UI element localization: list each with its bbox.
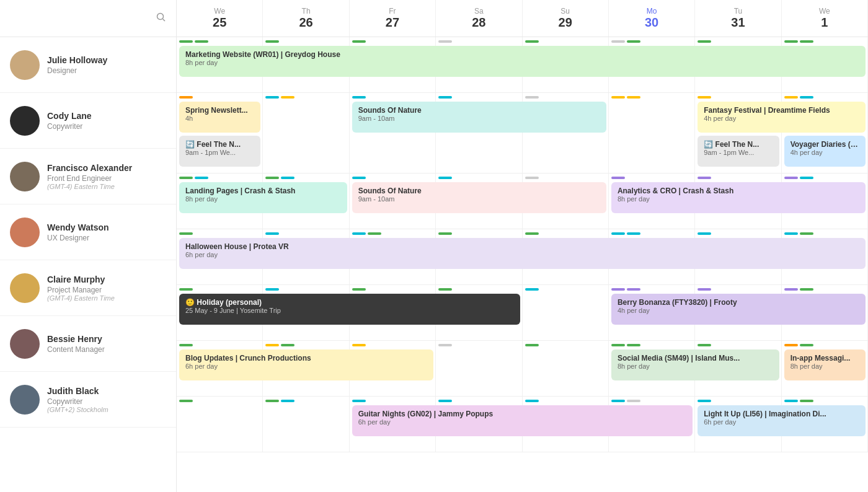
event-title: Guitar Nights (GN02) | Jammy Popups: [358, 410, 687, 418]
svg-point-0: [157, 13, 164, 19]
event-title: Fantasy Festival | Dreamtime Fields: [704, 106, 859, 115]
day-number-5: 30: [645, 15, 658, 30]
event-francisco-Analytics-[interactable]: Analytics & CRO | Crash & Stash8h per da…: [611, 182, 866, 213]
event-subtitle: 8h per day: [790, 362, 859, 370]
event-cody-Spring-New[interactable]: Spring Newslett...4h: [179, 102, 260, 133]
person-role-claire: Project Manager: [47, 286, 166, 294]
day-name-1: Th: [302, 7, 311, 15]
event-judith-Guitar-Nig[interactable]: Guitar Nights (GN02) | Jammy Popups6h pe…: [352, 405, 693, 436]
person-tz-claire: (GMT-4) Eastern Time: [47, 294, 166, 302]
person-row-julie[interactable]: Julie HollowayDesigner: [0, 37, 176, 93]
avatar-julie: [10, 50, 40, 80]
event-judith-Light-It-U[interactable]: Light It Up (LI56) | Imagination Di...6h…: [698, 405, 866, 436]
search-icon: [156, 12, 166, 25]
event-subtitle: 4h per day: [790, 149, 859, 156]
person-role-julie: Designer: [47, 66, 166, 75]
person-row-francisco[interactable]: Francisco AlexanderFront End Engineer(GM…: [0, 149, 176, 204]
event-claire-🙂-Holiday[interactable]: 🙂 Holiday (personal)25 May - 9 June | Yo…: [179, 294, 520, 325]
search-input[interactable]: [10, 14, 151, 24]
sidebar: Julie HollowayDesignerCody LaneCopywrite…: [0, 0, 177, 492]
event-bessie-Blog-Updat[interactable]: Blog Updates | Crunch Productions6h per …: [179, 349, 433, 380]
event-subtitle: 6h per day: [185, 251, 859, 258]
event-title: Voyager Diaries (VI99) | Space Po...: [790, 140, 859, 149]
event-title: Halloween House | Protea VR: [185, 242, 859, 251]
person-name-julie: Julie Holloway: [47, 55, 166, 65]
event-subtitle: 8h per day: [185, 59, 859, 66]
day-number-1: 26: [299, 15, 312, 30]
search-bar: [0, 0, 176, 37]
event-cody-Fantasy-Fe[interactable]: Fantasy Festival | Dreamtime Fields4h pe…: [698, 102, 866, 133]
event-title: Sounds Of Nature: [358, 106, 600, 115]
person-info-julie: Julie HollowayDesigner: [47, 55, 166, 75]
avatar-francisco: [10, 162, 40, 191]
person-row-judith[interactable]: Judith BlackCopywriter(GMT+2) Stockholm: [0, 372, 176, 428]
calendar-row-judith: Guitar Nights (GN02) | Jammy Popups6h pe…: [177, 397, 868, 452]
day-number-2: 27: [386, 15, 399, 30]
calendar-row-julie: Marketing Website (WR01) | Greydog House…: [177, 37, 868, 93]
event-subtitle: 8h per day: [618, 195, 859, 203]
event-title: Light It Up (LI56) | Imagination Di...: [704, 410, 859, 418]
event-cody-Voyager-Di[interactable]: Voyager Diaries (VI99) | Space Po...4h p…: [784, 136, 866, 167]
event-francisco-Landing-Pa[interactable]: Landing Pages | Crash & Stash8h per day: [179, 182, 347, 213]
event-claire-Berry-Bona[interactable]: Berry Bonanza (FTY3820) | Frooty4h per d…: [611, 294, 866, 325]
person-name-claire: Claire Murphy: [47, 275, 166, 284]
event-title: In-app Messagi...: [790, 354, 859, 362]
day-header-3: Sa28: [436, 0, 522, 37]
person-info-bessie: Bessie HenryContent Manager: [47, 334, 166, 354]
avatar-cody: [10, 106, 40, 136]
person-name-bessie: Bessie Henry: [47, 334, 166, 344]
day-name-2: Fr: [389, 7, 396, 15]
event-title: Marketing Website (WR01) | Greydog House: [185, 50, 859, 59]
day-header-7: We1: [782, 0, 868, 37]
event-title: Analytics & CRO | Crash & Stash: [618, 187, 859, 195]
day-header-0: We25: [177, 0, 263, 37]
event-title: 🙂 Holiday (personal): [185, 298, 514, 307]
person-row-bessie[interactable]: Bessie HenryContent Manager: [0, 316, 176, 372]
day-number-0: 25: [213, 15, 226, 30]
calendar-row-wendy: Halloween House | Protea VR6h per day: [177, 229, 868, 285]
day-header-4: Su29: [523, 0, 609, 37]
day-header-6: Tu31: [695, 0, 781, 37]
day-name-6: Tu: [734, 7, 743, 15]
avatar-wendy: [10, 217, 40, 247]
person-row-cody[interactable]: Cody LaneCopywriter: [0, 93, 176, 149]
event-title: 🔄 Feel The N...: [704, 140, 773, 149]
avatar-judith: [10, 385, 40, 415]
svg-line-1: [163, 19, 166, 21]
day-name-7: We: [819, 7, 830, 15]
event-title: Landing Pages | Crash & Stash: [185, 187, 341, 195]
day-header-5: Mo30: [609, 0, 695, 37]
event-bessie-In-app-Mes[interactable]: In-app Messagi...8h per day: [784, 349, 866, 380]
event-julie-Marketing-[interactable]: Marketing Website (WR01) | Greydog House…: [179, 46, 866, 77]
event-bessie-Social-Med[interactable]: Social Media (SM49) | Island Mus...8h pe…: [611, 349, 779, 380]
calendar-row-bessie: Blog Updates | Crunch Productions6h per …: [177, 341, 868, 397]
person-tz-judith: (GMT+2) Stockholm: [47, 406, 166, 413]
person-info-claire: Claire MurphyProject Manager(GMT-4) East…: [47, 275, 166, 302]
day-number-3: 28: [472, 15, 485, 30]
event-subtitle: 8h per day: [618, 362, 773, 370]
person-row-wendy[interactable]: Wendy WatsonUX Designer: [0, 204, 176, 260]
event-francisco-Sounds-Of-[interactable]: Sounds Of Nature9am - 10am: [352, 182, 606, 213]
event-cody-🔄-Feel-Th[interactable]: 🔄 Feel The N...9am - 1pm We...: [698, 136, 779, 167]
calendar-row-claire: 🙂 Holiday (personal)25 May - 9 June | Yo…: [177, 285, 868, 341]
event-subtitle: 4h per day: [704, 115, 859, 122]
person-role-cody: Copywriter: [47, 122, 166, 131]
day-name-4: Su: [560, 7, 570, 15]
event-cody-Sounds-Of-[interactable]: Sounds Of Nature9am - 10am: [352, 102, 606, 133]
event-cody-🔄-Feel-Th[interactable]: 🔄 Feel The N...9am - 1pm We...: [179, 136, 260, 167]
person-role-francisco: Front End Engineer: [47, 174, 166, 183]
event-wendy-Halloween-[interactable]: Halloween House | Protea VR6h per day: [179, 238, 866, 269]
day-name-0: We: [214, 7, 225, 15]
person-name-cody: Cody Lane: [47, 111, 166, 121]
day-name-5: Mo: [647, 7, 657, 15]
calendar-row-cody: Spring Newslett...4hSounds Of Nature9am …: [177, 93, 868, 174]
day-number-6: 31: [731, 15, 745, 30]
event-title: Social Media (SM49) | Island Mus...: [618, 354, 773, 362]
person-info-francisco: Francisco AlexanderFront End Engineer(GM…: [47, 163, 166, 190]
day-headers: We25Th26Fr27Sa28Su29Mo30Tu31We1: [177, 0, 868, 37]
day-header-2: Fr27: [350, 0, 436, 37]
person-row-claire[interactable]: Claire MurphyProject Manager(GMT-4) East…: [0, 260, 176, 316]
day-header-1: Th26: [263, 0, 349, 37]
person-info-cody: Cody LaneCopywriter: [47, 111, 166, 131]
person-name-francisco: Francisco Alexander: [47, 163, 166, 173]
